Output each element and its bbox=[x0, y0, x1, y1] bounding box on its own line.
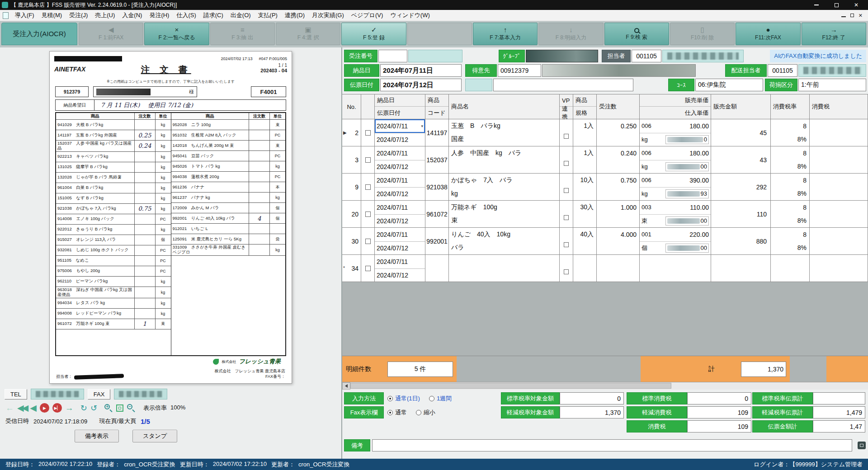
rotate-ccw-icon[interactable]: ↺ bbox=[90, 404, 97, 413]
tel-value-field[interactable] bbox=[31, 389, 84, 400]
menu-item-9[interactable]: 支払(P) bbox=[255, 9, 281, 21]
group-value-field[interactable] bbox=[526, 50, 598, 62]
course-value-field[interactable]: 06:伊集院 bbox=[695, 79, 763, 91]
vp-checkbox[interactable] bbox=[564, 269, 569, 274]
cell-order-qty[interactable]: 0.750 bbox=[597, 174, 640, 200]
denpyo-date-cell[interactable]: 2024/07/12 bbox=[375, 160, 425, 174]
menu-item-3[interactable]: 売上(U) bbox=[91, 9, 118, 21]
scrollbar-track[interactable] bbox=[350, 382, 868, 390]
customer-code-field[interactable]: 00912379 bbox=[498, 64, 541, 77]
vp-checkbox[interactable] bbox=[564, 188, 569, 193]
cell-item-name[interactable]: 万能ネギ 100g束 bbox=[449, 201, 560, 227]
cell-tax-rate[interactable]: 88% bbox=[771, 174, 810, 200]
cell-item-code[interactable]: 961072 bbox=[425, 201, 449, 227]
scroll-left-button[interactable] bbox=[342, 382, 350, 390]
cell-tax-rate[interactable]: 88% bbox=[771, 201, 810, 227]
fit-to-window-icon[interactable] bbox=[116, 404, 123, 412]
stamp-button[interactable]: スタンプ bbox=[132, 430, 177, 442]
maximize-button[interactable] bbox=[826, 0, 846, 10]
horizontal-scrollbar[interactable] bbox=[342, 382, 868, 390]
fkey-f11[interactable]: ●F11:次FAX bbox=[736, 23, 800, 45]
cell-prices[interactable]: 006180.00kg0 bbox=[640, 119, 711, 146]
zoom-in-icon[interactable]: + bbox=[104, 404, 113, 413]
note-display-button[interactable]: 備考表示 bbox=[75, 430, 119, 442]
nizoroe-value-field[interactable]: 1:午前 bbox=[798, 79, 866, 91]
nohin-date-cell[interactable]: 2024/07/11 bbox=[375, 201, 425, 214]
cell-tax-rate[interactable]: 88% bbox=[771, 228, 810, 254]
cell-tax[interactable] bbox=[810, 174, 868, 200]
cell-tax-rate[interactable]: 88% bbox=[771, 119, 810, 146]
cell-order-qty[interactable] bbox=[597, 255, 640, 282]
fkey-f5[interactable]: ✓F 5:登 録 bbox=[341, 23, 406, 45]
vp-checkbox[interactable] bbox=[564, 242, 569, 247]
nav-forward-icon[interactable]: → bbox=[65, 404, 74, 413]
cell-order-qty[interactable]: 4.000 bbox=[597, 228, 640, 254]
menu-item-2[interactable]: 受注(J) bbox=[66, 9, 91, 21]
tab-order-entry-aiocr[interactable]: 受注入力(AIOCR) bbox=[1, 23, 77, 45]
cell-item-code[interactable]: 152037 bbox=[425, 146, 449, 173]
cell-item-name[interactable] bbox=[449, 255, 560, 282]
cell-sales-amount[interactable] bbox=[711, 255, 771, 282]
mdi-minimize-button[interactable] bbox=[841, 13, 846, 18]
order-number-field[interactable] bbox=[378, 50, 407, 62]
cell-item-code[interactable]: 921038 bbox=[425, 174, 449, 200]
fkey-f12[interactable]: →F12:終 了 bbox=[802, 23, 866, 45]
menu-item-11[interactable]: 月次実績(G) bbox=[308, 9, 348, 21]
delivery-person-name-field[interactable] bbox=[798, 64, 866, 77]
vp-checkbox[interactable] bbox=[564, 134, 569, 139]
option-1week[interactable]: 1週間 bbox=[429, 395, 452, 403]
cell-prices[interactable]: 006180.00kg00 bbox=[640, 146, 711, 173]
cell-tax[interactable] bbox=[810, 255, 868, 282]
mdi-close-button[interactable]: ✕ bbox=[859, 13, 863, 19]
order-number-sub-field[interactable] bbox=[408, 50, 462, 62]
remarks-field[interactable] bbox=[372, 439, 852, 451]
cell-order-qty[interactable]: 1.000 bbox=[597, 201, 640, 227]
cell-prices[interactable]: 003110.00束00 bbox=[640, 201, 711, 227]
cell-item-name[interactable]: 玉葱 B バラkg国産 bbox=[449, 119, 560, 146]
option-fax-normal[interactable]: 通常 bbox=[387, 409, 407, 417]
cell-prices[interactable]: 006390.00kg93 bbox=[640, 174, 711, 200]
rotate-cw-icon[interactable]: ↻ bbox=[80, 404, 87, 413]
denpyo-date-cell[interactable]: 2024/07/12 bbox=[375, 133, 425, 146]
option-normal-1day[interactable]: 通常(1日) bbox=[387, 395, 420, 403]
cell-prices[interactable]: 001220.00個00 bbox=[640, 228, 711, 254]
row-checkbox[interactable] bbox=[365, 239, 371, 244]
cell-order-qty[interactable]: 0.240 bbox=[597, 146, 640, 173]
cell-item-spec[interactable]: 40入 bbox=[573, 228, 597, 254]
first-page-icon[interactable]: ◀◀ bbox=[17, 404, 27, 413]
cell-sales-amount[interactable]: 880 bbox=[711, 228, 771, 254]
close-button[interactable]: ✕ bbox=[846, 0, 866, 10]
nohin-date-cell[interactable]: 2024/07/11 bbox=[375, 174, 425, 187]
fax-value-field[interactable] bbox=[114, 389, 167, 400]
cell-item-spec[interactable] bbox=[573, 255, 597, 282]
menu-item-6[interactable]: 仕入(S) bbox=[173, 9, 199, 21]
window-restore-mini-icon[interactable] bbox=[858, 442, 866, 449]
zoom-out-icon[interactable]: − bbox=[127, 404, 136, 413]
fkey-f9[interactable]: F 9:検 索 bbox=[604, 23, 669, 45]
cell-tax[interactable] bbox=[810, 228, 868, 254]
menu-item-12[interactable]: ベジプロ(V) bbox=[348, 9, 387, 21]
cell-item-name[interactable]: かぼちゃ 7入 バラkg bbox=[449, 174, 560, 200]
cell-item-name[interactable]: 人参 中国産 kg バラ bbox=[449, 146, 560, 173]
cell-item-code[interactable]: 992001 bbox=[425, 228, 449, 254]
cell-sales-amount[interactable]: 45 bbox=[711, 119, 771, 146]
cell-item-spec[interactable]: 30入 bbox=[573, 201, 597, 227]
menu-item-13[interactable]: ウィンドウ(W) bbox=[387, 9, 433, 21]
next-page-icon[interactable]: ▶ bbox=[40, 403, 49, 413]
denpyo-date-cell[interactable]: 2024/07/12 bbox=[375, 187, 425, 201]
cell-item-spec[interactable]: 1入 bbox=[573, 146, 597, 173]
delivery-person-code-field[interactable]: 001105 bbox=[768, 64, 797, 77]
row-checkbox[interactable] bbox=[365, 266, 371, 271]
last-page-icon[interactable]: ▶▏ bbox=[52, 403, 62, 413]
row-checkbox[interactable] bbox=[365, 184, 371, 190]
cell-item-spec[interactable]: 10入 bbox=[573, 174, 597, 200]
denpyo-date-cell[interactable]: 2024/07/12 bbox=[375, 241, 425, 255]
cell-sales-amount[interactable]: 110 bbox=[711, 201, 771, 227]
tanto-name-field[interactable] bbox=[662, 50, 744, 62]
prev-page-icon[interactable]: ◀ bbox=[30, 404, 37, 413]
nohin-date-cell[interactable]: 2024/07/11 bbox=[375, 146, 425, 160]
cost-price-field[interactable]: 93 bbox=[665, 189, 709, 198]
fax-viewer[interactable]: 2024/07/02 17:13 #047 P.001/005 AINETFAX… bbox=[0, 47, 341, 386]
menu-item-8[interactable]: 出金(O) bbox=[227, 9, 255, 21]
nav-back-icon[interactable]: ← bbox=[5, 404, 14, 413]
